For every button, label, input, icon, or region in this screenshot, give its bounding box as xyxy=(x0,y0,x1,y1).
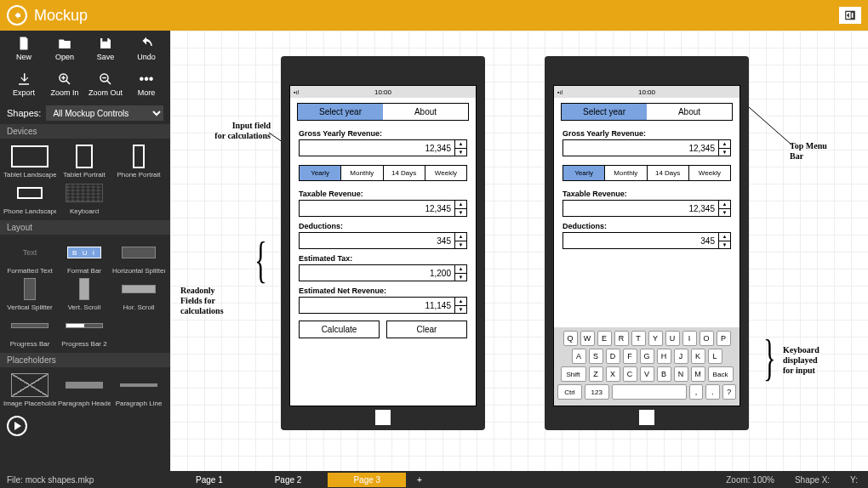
key-k[interactable]: K xyxy=(691,349,705,364)
key-s[interactable]: S xyxy=(589,349,603,364)
key-a[interactable]: A xyxy=(572,349,586,364)
shapes-select[interactable]: All Mockup Controls xyxy=(46,105,163,121)
tab-about[interactable]: About xyxy=(647,104,732,120)
key-space[interactable] xyxy=(612,384,687,400)
play-button[interactable] xyxy=(7,416,27,436)
shape-phone-portrait[interactable]: Phone Portrait xyxy=(112,144,165,179)
key-.[interactable]: . xyxy=(705,384,719,400)
calculate-button[interactable]: Calculate xyxy=(299,321,380,338)
sidebar: New Open Save Undo Export Zoom In Zoom O… xyxy=(0,31,170,471)
chevron-down-icon[interactable]: ▼ xyxy=(455,149,466,156)
open-button[interactable]: Open xyxy=(45,36,84,61)
app-header: Mockup xyxy=(0,0,868,31)
gross-input[interactable]: ▲▼ xyxy=(299,139,467,156)
seg-14days[interactable]: 14 Days xyxy=(648,166,689,180)
deductions-input[interactable]: ▲▼ xyxy=(562,232,731,249)
key-m[interactable]: M xyxy=(691,366,705,382)
key-h[interactable]: H xyxy=(657,349,671,364)
shape-hor-scroll[interactable]: Hor. Scroll xyxy=(112,276,165,311)
shape-formatted-text[interactable]: TextFormatted Text xyxy=(3,240,56,275)
key-o[interactable]: O xyxy=(700,331,714,346)
key-back[interactable]: Back xyxy=(708,366,734,382)
page-tab-2[interactable]: Page 2 xyxy=(249,473,328,487)
shape-tablet-landscape[interactable]: Tablet Landscape xyxy=(3,144,56,179)
seg-monthly[interactable]: Monthly xyxy=(341,166,383,180)
tab-select-year[interactable]: Select year xyxy=(562,104,647,120)
taxable-input[interactable]: ▲▼ xyxy=(299,200,467,217)
key-q[interactable]: Q xyxy=(563,331,578,346)
canvas[interactable]: Input fieldfor calculations { ReadonlyFi… xyxy=(170,31,868,471)
key-c[interactable]: C xyxy=(623,366,637,382)
key-f[interactable]: F xyxy=(623,349,637,364)
taxable-input[interactable]: ▲▼ xyxy=(562,200,731,217)
key-u[interactable]: U xyxy=(665,331,680,346)
seg-yearly[interactable]: Yearly xyxy=(563,166,605,180)
key-y[interactable]: Y xyxy=(648,331,663,346)
key-e[interactable]: E xyxy=(597,331,612,346)
key-z[interactable]: Z xyxy=(589,366,603,382)
new-button[interactable]: New xyxy=(4,36,43,61)
key-v[interactable]: V xyxy=(640,366,654,382)
key-ctrl[interactable]: Ctrl xyxy=(557,384,582,400)
key-,[interactable]: , xyxy=(689,384,703,400)
page-tab-1[interactable]: Page 1 xyxy=(170,473,248,487)
clear-button[interactable]: Clear xyxy=(386,321,467,338)
page-tabs: Page 1Page 2Page 3+ xyxy=(170,473,716,487)
seg-weekly[interactable]: Weekly xyxy=(689,166,730,180)
key-123[interactable]: 123 xyxy=(585,384,609,400)
key-x[interactable]: X xyxy=(606,366,620,382)
seg-yearly[interactable]: Yearly xyxy=(300,166,341,180)
undo-button[interactable]: Undo xyxy=(127,36,166,61)
tab-select-year[interactable]: Select year xyxy=(298,104,383,120)
shape-phone-landscape[interactable]: Phone Landscape xyxy=(3,180,56,215)
shape-vert-scroll[interactable]: Vert. Scroll xyxy=(58,276,111,311)
status-bar: ▪ıl10:00 xyxy=(554,86,740,98)
seg-weekly[interactable]: Weekly xyxy=(425,166,466,180)
zoom-in-button[interactable]: Zoom In xyxy=(45,71,84,97)
shape-progress-bar-2[interactable]: Progress Bar 2 xyxy=(58,313,111,348)
chevron-up-icon[interactable]: ▲ xyxy=(455,140,466,149)
key-g[interactable]: G xyxy=(640,349,654,364)
net-input[interactable]: ▲▼ xyxy=(299,297,467,314)
key-p[interactable]: P xyxy=(717,331,731,346)
zoom-out-button[interactable]: Zoom Out xyxy=(86,71,125,97)
shape-keyboard[interactable]: Keyboard xyxy=(58,180,111,215)
key-b[interactable]: B xyxy=(657,366,671,382)
taxable-label: Taxable Revenue: xyxy=(290,184,476,200)
key-i[interactable]: I xyxy=(682,331,697,346)
shape-image-placeholder[interactable]: Image Placeholder xyxy=(3,372,56,407)
key-shift[interactable]: Shift xyxy=(561,366,586,382)
shape-progress-bar[interactable]: Progress Bar xyxy=(3,313,56,348)
shape-format-bar[interactable]: B U IFormat Bar xyxy=(58,240,111,275)
key-?[interactable]: ? xyxy=(722,384,736,400)
seg-monthly[interactable]: Monthly xyxy=(605,166,647,180)
key-r[interactable]: R xyxy=(614,331,629,346)
key-t[interactable]: T xyxy=(631,331,646,346)
shape-paragraph-header[interactable]: Paragraph Header xyxy=(58,372,111,407)
more-button[interactable]: •••More xyxy=(127,71,166,97)
phone-mockup-2[interactable]: ▪ıl10:00 Select year About Gross Yearly … xyxy=(545,56,749,430)
shape-horizontal-splitter[interactable]: Horizontal Splitter xyxy=(112,240,165,275)
dock-right-button[interactable] xyxy=(839,7,861,24)
seg-14days[interactable]: 14 Days xyxy=(384,166,425,180)
tax-input[interactable]: ▲▼ xyxy=(299,264,467,281)
export-button[interactable]: Export xyxy=(4,71,43,97)
shape-paragraph-line[interactable]: Paragraph Line xyxy=(112,372,165,407)
phone-mockup-1[interactable]: ▪ıl10:00 Select year About Gross Yearly … xyxy=(281,56,485,430)
key-n[interactable]: N xyxy=(674,366,688,382)
add-page-button[interactable]: + xyxy=(407,473,432,487)
gross-input[interactable]: ▲▼ xyxy=(562,139,731,156)
annotation-keyboard: Keyboarddisplayedfor input xyxy=(783,345,819,376)
key-l[interactable]: L xyxy=(708,349,722,364)
page-tab-3[interactable]: Page 3 xyxy=(328,473,406,487)
shape-tablet-portrait[interactable]: Tablet Portrait xyxy=(58,144,111,179)
shape-vertical-splitter[interactable]: Vertical Splitter xyxy=(3,276,56,311)
key-d[interactable]: D xyxy=(606,349,620,364)
key-w[interactable]: W xyxy=(580,331,595,346)
deductions-input[interactable]: ▲▼ xyxy=(299,232,467,249)
back-button[interactable] xyxy=(7,5,27,26)
save-button[interactable]: Save xyxy=(86,36,125,61)
key-j[interactable]: J xyxy=(674,349,688,364)
period-segmented: Yearly Monthly 14 Days Weekly xyxy=(299,165,467,181)
tab-about[interactable]: About xyxy=(383,104,468,120)
